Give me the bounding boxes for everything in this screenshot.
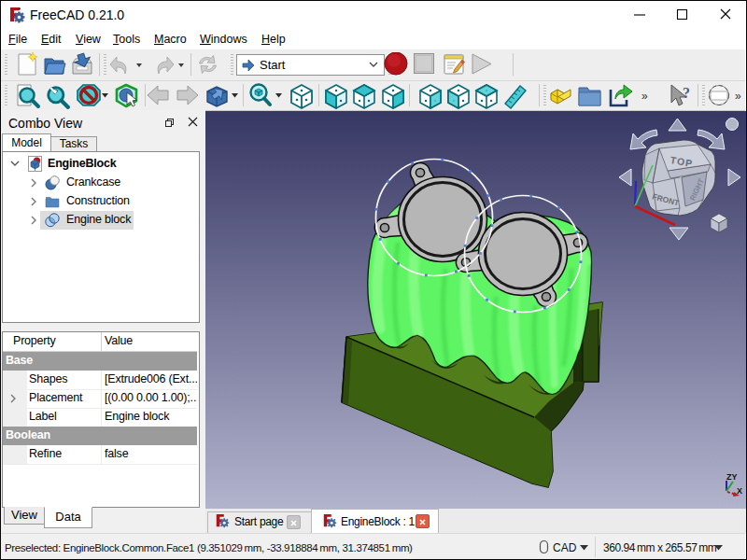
svg-text:ZY: ZY xyxy=(726,472,738,482)
svg-text:X: X xyxy=(737,486,742,496)
svg-text:»: » xyxy=(641,90,648,103)
svg-text:?: ? xyxy=(683,85,690,101)
svg-text:»: » xyxy=(735,90,741,103)
